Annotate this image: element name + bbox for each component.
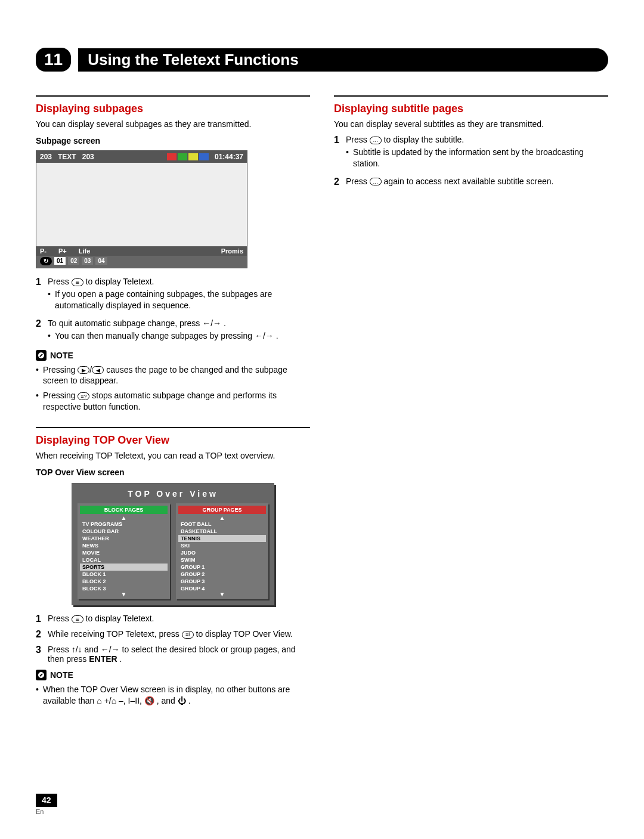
block-item: TV PROGRAMS (80, 521, 168, 528)
language-label: En (36, 808, 57, 815)
subtitle-step-1: 1 Press … to display the subtitle. Subti… (334, 135, 608, 172)
sub-step2-a: Press (346, 177, 370, 186)
group-item: SWIM (178, 556, 266, 564)
top-step3-c: . (120, 654, 122, 664)
left-right-arrow-icon: ←/→ (101, 645, 120, 654)
block-item: WEATHER (80, 535, 168, 542)
top-step1-a: Press (48, 614, 72, 623)
triangle-down-icon: ▼ (178, 592, 266, 597)
group-item: JUDO (178, 549, 266, 556)
enter-label: ENTER (89, 654, 117, 664)
top-step3-mid: and (84, 645, 100, 654)
info-key-icon: ≡i (182, 631, 194, 639)
mock-life: Life (79, 247, 91, 255)
group-item: FOOT BALL (178, 521, 266, 528)
block-item: MOVIE (80, 549, 168, 556)
heading-top-overview: Displaying TOP Over View (36, 434, 310, 447)
note-label: NOTE (50, 351, 73, 360)
step-number: 1 (36, 277, 48, 314)
group-item: GROUP 1 (178, 564, 266, 571)
block-item: BLOCK 2 (80, 578, 168, 585)
group-item: GROUP 3 (178, 578, 266, 585)
subpages-step-2: 2 To quit automatic subpage change, pres… (36, 318, 310, 344)
subpages-step-1: 1 Press to display Teletext. If you open… (36, 277, 310, 314)
key-icon-a: ▶ (78, 366, 89, 374)
mock-sub-03: 03 (82, 257, 93, 265)
subtitle-key-icon: … (370, 178, 382, 185)
note-icon (36, 670, 47, 680)
note-label: NOTE (50, 670, 73, 680)
mock-pplus: P+ (58, 247, 67, 255)
intro-subtitle: You can display several subtitles as the… (334, 119, 608, 130)
top-note-1: When the TOP Over View screen is in disp… (36, 684, 310, 707)
intro-subpages: You can display several subpages as they… (36, 119, 310, 130)
key-icon-b: ◀ (92, 366, 104, 374)
group-item: GROUP 2 (178, 571, 266, 578)
chapter-number-badge: 11 (36, 48, 71, 72)
note2-a: Pressing (43, 391, 78, 400)
sub-step2-b: again to access next available subtitle … (384, 177, 554, 186)
group-pages-panel: GROUP PAGES ▲ FOOT BALLBASKETBALLTENNISS… (176, 503, 268, 599)
mock-color-boxes (167, 153, 209, 160)
page-number: 42 (36, 794, 57, 807)
step-number: 2 (334, 177, 346, 187)
top-step-3: 3 Press ↑/↓ and ←/→ to select the desire… (36, 645, 310, 664)
block-item: SPORTS (80, 564, 168, 571)
triangle-up-icon: ▲ (80, 516, 168, 521)
block-pages-panel: BLOCK PAGES ▲ TV PROGRAMSCOLOUR BARWEATH… (78, 503, 170, 599)
step2-text-b: . (224, 318, 226, 328)
group-item: BASKETBALL (178, 528, 266, 535)
teletext-key-icon (72, 278, 83, 286)
group-item: SKI (178, 542, 266, 549)
sub-step1-b: to display the subtitle. (384, 135, 465, 144)
step2-sub-c: . (276, 331, 278, 340)
top-screen-label: TOP Over View screen (36, 468, 310, 477)
triangle-up-icon: ▲ (178, 516, 266, 521)
mock-page-left: 203 (40, 153, 52, 161)
group-pages-header: GROUP PAGES (178, 506, 266, 514)
top-step2-a: While receiving TOP Teletext, press (48, 629, 182, 639)
hold-key-icon: ≡? (78, 392, 89, 400)
mock-page-mid: 203 (82, 153, 94, 161)
heading-displaying-subpages: Displaying subpages (36, 103, 310, 115)
subtitle-key-icon: … (370, 137, 382, 144)
block-item: COLOUR BAR (80, 528, 168, 535)
note-icon (36, 350, 47, 361)
chapter-header: 11 Using the Teletext Functions (36, 48, 608, 72)
sub-step1-sub: Subtitle is updated by the information s… (346, 147, 608, 169)
sub-step1-a: Press (346, 135, 370, 144)
mock-sub-01: 01 (54, 257, 66, 265)
top-step2-b: to display TOP Over View. (196, 629, 293, 639)
heading-subtitle-pages: Displaying subtitle pages (334, 103, 608, 115)
step2-text-a: To quit automatic subpage change, press (48, 318, 202, 328)
block-item: LOCAL (80, 556, 168, 564)
step2-sub-a: You can then manually change subpages by… (55, 331, 255, 340)
step-number: 1 (334, 135, 346, 172)
top-step-1: 1 Press to display Teletext. (36, 614, 310, 624)
step-number: 1 (36, 614, 48, 624)
teletext-key-icon (72, 615, 83, 623)
rotate-icon: ↻ (40, 257, 52, 265)
block-pages-header: BLOCK PAGES (80, 506, 168, 514)
buttons-icons: ⌂ +/⌂ –, I–II, 🔇 (97, 696, 154, 705)
page-footer: 42 En (36, 794, 57, 815)
chapter-title: Using the Teletext Functions (78, 48, 608, 72)
note-item-1: Pressing ▶/◀ causes the page to be chang… (36, 364, 310, 387)
mock-time: 01:44:37 (215, 153, 243, 161)
step-number: 2 (36, 629, 48, 640)
top-note1-c: . (188, 696, 191, 705)
step1-text-b: to display Teletext. (86, 277, 154, 286)
step1-sub: If you open a page containing subpages, … (48, 289, 310, 311)
power-icon: ⏻ (178, 696, 186, 705)
top-overview-mock: TOP Over View BLOCK PAGES ▲ TV PROGRAMSC… (72, 483, 274, 605)
step-number: 2 (36, 318, 48, 344)
note1-a: Pressing (43, 365, 78, 374)
block-item: BLOCK 1 (80, 571, 168, 578)
mock-text-label: TEXT (58, 153, 76, 161)
block-item: NEWS (80, 542, 168, 549)
top-step3-a: Press (48, 645, 72, 654)
left-right-arrow-icon: ←/→ (255, 331, 274, 340)
top-note1-b: , and (157, 696, 178, 705)
mock-pminus: P- (40, 247, 47, 255)
subtitle-step-2: 2 Press … again to access next available… (334, 177, 608, 187)
